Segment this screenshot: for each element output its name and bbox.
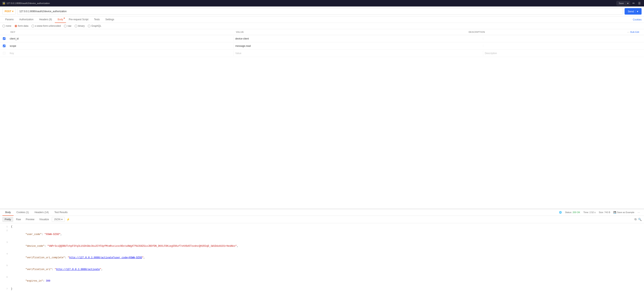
table-row-placeholder: Key Value Description (0, 50, 644, 57)
json-line: 3 "device_code": "VWPrSxiQQOBUTchpFSYq3L… (0, 240, 644, 252)
row2-checkbox[interactable] (0, 45, 8, 47)
placeholder-key[interactable]: Key (8, 51, 234, 56)
verification-uri-link[interactable]: http://127.0.0.1:8080/activate (56, 268, 100, 271)
copy-icon[interactable]: ⧉ (634, 218, 636, 221)
url-bar: POST ▾ Send ▾ (0, 7, 644, 17)
tab-body[interactable]: Body (55, 17, 66, 23)
format-tab-raw[interactable]: Raw (14, 217, 23, 222)
save-example-button[interactable]: 💾 Save as Example (614, 211, 634, 214)
tab-authorization[interactable]: Authorization (16, 17, 36, 23)
json-line: 5 "verification_uri": "http://127.0.0.1:… (0, 264, 644, 275)
tab-tests[interactable]: Tests (91, 17, 102, 23)
response-tab-body[interactable]: Body (2, 209, 14, 216)
size-label: Size: (599, 211, 604, 213)
method-selector[interactable]: POST ▾ (2, 8, 16, 15)
row1-checkbox[interactable] (0, 37, 8, 40)
send-button[interactable]: Send ▾ (624, 8, 642, 15)
response-status: 🌐 Status: 200 OK Time: 2.52 s Size: 743 … (559, 211, 642, 214)
edit-icon[interactable]: ✏ (632, 2, 636, 5)
chevron-down-icon: ▾ (61, 218, 62, 221)
format-tab-visualize[interactable]: Visualize (37, 217, 51, 222)
request-tabs: Params Authorization Headers (9) Body Pr… (0, 17, 644, 23)
app-icon: 🔒 (2, 2, 5, 5)
value-column-header: Value (234, 30, 466, 34)
json-format-dropdown[interactable]: JSON ▾ (52, 217, 65, 222)
menu-icon[interactable]: ☰ (637, 2, 642, 5)
method-chevron-icon: ▾ (12, 10, 13, 13)
status-value: 200 OK (572, 211, 580, 213)
window-title: 127.0.0.1:8080/oauth2/device_authorizati… (6, 2, 50, 5)
response-tabs: Body Cookies (1) Headers (14) Test Resul… (0, 209, 644, 216)
globe-icon: 🌐 (559, 211, 562, 214)
tab-headers[interactable]: Headers (9) (36, 17, 55, 23)
body-option-form-data[interactable]: form-data (14, 25, 28, 27)
format-tabs: Pretty Raw Preview Visualize JSON ▾ ⚡ ⧉ … (0, 216, 644, 223)
send-dropdown-icon[interactable]: ▾ (635, 10, 638, 13)
body-option-graphql[interactable]: GraphQL (88, 25, 101, 27)
placeholder-value[interactable]: Value (234, 51, 483, 56)
table-row: scope message.read (0, 42, 644, 50)
placeholder-desc[interactable]: Description (483, 51, 644, 56)
body-options: none form-data x-www-form-urlencoded raw… (0, 23, 644, 29)
json-line: 2 "user_code": "XGWW-DZGD", (0, 229, 644, 240)
response-more-icon[interactable]: ··· (638, 211, 640, 214)
body-option-urlencoded[interactable]: x-www-form-urlencoded (32, 25, 61, 27)
response-tab-cookies[interactable]: Cookies (1) (14, 209, 32, 216)
cookies-link[interactable]: Cookies (633, 18, 642, 21)
response-tab-headers[interactable]: Headers (14) (32, 209, 52, 216)
body-option-raw[interactable]: raw (64, 25, 71, 27)
tab-params[interactable]: Params (2, 17, 16, 23)
more-options-icon[interactable]: ··· (627, 30, 630, 34)
save-dropdown-button[interactable]: ▾ (626, 1, 630, 5)
response-tab-test-results[interactable]: Test Results (52, 209, 70, 216)
row2-key: scope (8, 43, 234, 49)
response-panel: Body Cookies (1) Headers (14) Test Resul… (0, 209, 644, 292)
tab-pre-request[interactable]: Pre-request Script (66, 17, 91, 23)
request-panel: Key Value Description ··· Bulk Edit clie… (0, 29, 644, 209)
size-value: 743 B (604, 211, 610, 213)
json-line: 6 "expires_in": 300 (0, 275, 644, 287)
tab-settings[interactable]: Settings (102, 17, 117, 23)
row2-desc (483, 45, 644, 47)
row2-value: message.read (234, 43, 483, 49)
save-btn-group[interactable]: Save ▾ (616, 1, 630, 6)
json-viewer: 1 { 2 "user_code": "XGWW-DZGD", 3 "devic… (0, 223, 644, 292)
row1-key: client_id (8, 36, 234, 41)
placeholder-checkbox (0, 52, 8, 55)
save-button[interactable]: Save (617, 1, 626, 5)
format-tab-preview[interactable]: Preview (24, 217, 36, 222)
bulk-edit-button[interactable]: Bulk Edit (630, 31, 642, 33)
kv-table-header: Key Value Description ··· Bulk Edit (0, 29, 644, 35)
status-label: Status: (565, 211, 572, 213)
format-tab-pretty[interactable]: Pretty (2, 217, 13, 222)
title-bar: 🔒 127.0.0.1:8080/oauth2/device_authoriza… (0, 0, 644, 7)
verification-uri-complete-link[interactable]: http://127.0.0.1:8080/activate?user_code… (69, 256, 142, 259)
key-column-header: Key (8, 30, 234, 34)
body-option-binary[interactable]: binary (75, 25, 85, 27)
table-row: client_id device-client (0, 35, 644, 42)
json-line: 1 { (0, 225, 644, 229)
search-icon[interactable]: 🔍 (638, 218, 642, 221)
filter-icon[interactable]: ⚡ (66, 218, 70, 221)
json-line: 7 } (0, 287, 644, 291)
format-right-actions: ⧉ 🔍 (634, 218, 642, 221)
desc-column-header: Description (466, 30, 627, 34)
url-input[interactable] (17, 8, 623, 15)
row1-desc (483, 38, 644, 40)
method-label: POST (5, 10, 11, 13)
row1-value: device-client (234, 36, 483, 41)
time-label: Time: (583, 211, 589, 213)
time-value: 2.52 s (589, 211, 596, 213)
json-line: 4 "verification_uri_complete": "http://1… (0, 252, 644, 264)
body-option-none[interactable]: none (2, 25, 11, 27)
